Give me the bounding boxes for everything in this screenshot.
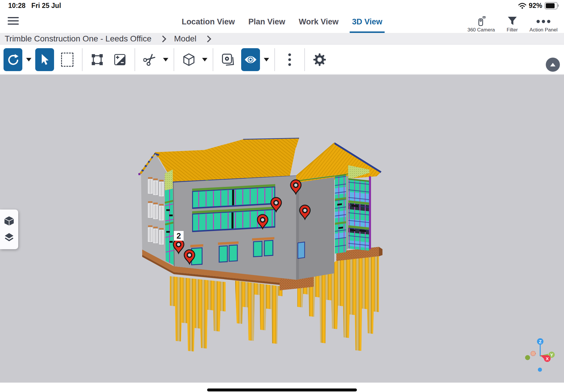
triangle-up-icon <box>550 63 555 66</box>
axis-ball-bottom[interactable] <box>538 368 542 372</box>
gable-windows <box>148 177 164 244</box>
tab-work-view[interactable]: Work View <box>299 11 339 33</box>
battery-icon <box>545 2 558 9</box>
status-bar: 10:28 Fri 25 Jul 92% <box>0 0 564 11</box>
filter-button[interactable]: Filter <box>507 16 518 33</box>
360-camera-icon <box>476 16 486 26</box>
tab-3d-view[interactable]: 3D View <box>352 11 382 33</box>
battery-percent: 92% <box>529 2 542 10</box>
toolbar-separator <box>304 48 305 71</box>
wing-corner-column <box>369 176 371 249</box>
filter-icon <box>507 16 518 26</box>
toolbar-separator <box>135 48 135 71</box>
cube-solid-icon <box>4 216 14 226</box>
header-actions: 360 Camera Filter Action Panel <box>467 11 558 34</box>
snapshot-button[interactable] <box>219 48 237 71</box>
exposure-tool-button[interactable] <box>110 48 129 71</box>
layers-button[interactable] <box>4 232 14 243</box>
view-cube-dropdown-caret[interactable] <box>202 58 207 61</box>
chevron-right-icon <box>204 35 211 42</box>
toolbar-separator <box>213 48 213 71</box>
home-indicator[interactable] <box>207 388 357 391</box>
cursor-icon <box>39 54 50 66</box>
cut-section-button[interactable] <box>140 48 159 71</box>
toolbar <box>0 45 564 74</box>
view-tabs: Location View Plan View Work View 3D Vie… <box>182 11 382 33</box>
marker-count-badge[interactable]: 2 <box>174 231 184 241</box>
transform-tool-button[interactable] <box>88 48 107 71</box>
360-camera-button[interactable]: 360 Camera <box>467 16 495 33</box>
pile-group-center <box>235 281 283 344</box>
tab-location-view[interactable]: Location View <box>182 11 235 33</box>
bottom-bar <box>0 383 564 392</box>
3d-viewport[interactable]: 2 Z Y X <box>0 75 564 383</box>
axis-gizmo[interactable]: Z Y X <box>525 338 555 372</box>
action-panel-button[interactable]: Action Panel <box>530 16 558 33</box>
tower-door <box>298 242 305 258</box>
view-cube-button[interactable] <box>179 48 198 71</box>
toolbar-separator <box>274 48 275 71</box>
wall-tower <box>296 177 334 280</box>
axis-ball-back[interactable] <box>531 351 536 356</box>
scissors-icon <box>143 53 156 66</box>
marquee-select-button[interactable] <box>58 48 77 71</box>
eye-icon <box>244 54 257 66</box>
svg-text:Y: Y <box>550 352 553 357</box>
wing-curtain-wall <box>348 178 370 251</box>
marquee-icon <box>61 53 73 67</box>
visibility-dropdown-caret[interactable] <box>264 58 269 61</box>
breadcrumb-model[interactable]: Model <box>174 34 197 43</box>
exposure-icon <box>114 53 126 66</box>
axis-ball-left[interactable] <box>525 355 530 360</box>
curtain-strip <box>335 174 346 254</box>
select-tool-button[interactable] <box>35 48 54 71</box>
3d-model-scene: 2 Z Y X <box>0 75 564 383</box>
svg-text:X: X <box>546 356 549 361</box>
menu-icon[interactable] <box>8 16 19 26</box>
toolbar-collapse-button[interactable] <box>546 58 560 72</box>
kebab-icon <box>288 53 292 66</box>
tab-plan-view[interactable]: Plan View <box>248 11 285 33</box>
orbit-tool-button[interactable] <box>4 48 22 71</box>
ellipsis-icon <box>535 16 552 26</box>
toolbar-separator <box>82 48 83 71</box>
gear-icon <box>313 53 326 66</box>
status-date: Fri 25 Jul <box>31 2 61 10</box>
status-time: 10:28 <box>8 2 26 10</box>
pile-group-left <box>170 276 226 351</box>
settings-button[interactable] <box>310 48 329 71</box>
breadcrumb: Trimble Construction One - Leeds Office … <box>0 33 564 45</box>
more-options-button[interactable] <box>280 48 299 71</box>
layers-icon <box>4 232 14 243</box>
cube-icon <box>182 53 195 66</box>
transform-icon <box>91 53 104 66</box>
visibility-button[interactable] <box>241 48 260 71</box>
svg-text:2: 2 <box>177 232 181 240</box>
cut-section-dropdown-caret[interactable] <box>163 58 168 61</box>
orbit-icon <box>7 53 19 66</box>
header: Location View Plan View Work View 3D Vie… <box>0 11 564 33</box>
breadcrumb-project[interactable]: Trimble Construction One - Leeds Office <box>5 34 152 43</box>
wifi-icon <box>518 3 526 9</box>
pile-cap-right-edge <box>379 247 382 256</box>
snapshot-icon <box>221 53 235 66</box>
toolbar-separator <box>174 48 174 71</box>
svg-text:Z: Z <box>539 339 541 344</box>
orbit-dropdown-caret[interactable] <box>26 58 31 61</box>
trimble-connect-app: 10:28 Fri 25 Jul 92% Location View Plan … <box>0 0 564 392</box>
models-button[interactable] <box>4 216 14 226</box>
chevron-right-icon <box>159 35 166 42</box>
viewer-side-panel <box>0 210 18 249</box>
